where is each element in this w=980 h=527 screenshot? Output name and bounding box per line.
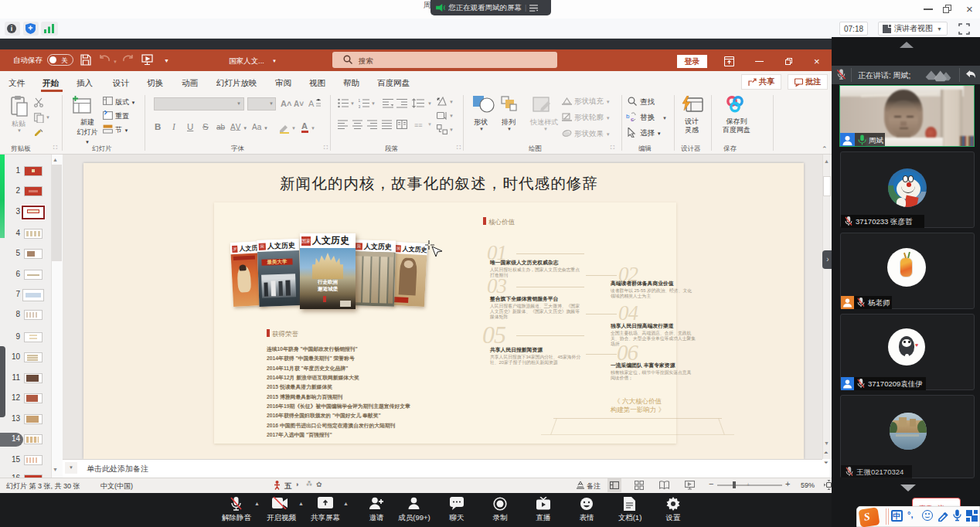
svg-text:3: 3 [359, 104, 361, 108]
svg-text:1: 1 [359, 98, 361, 103]
svg-text:A: A [308, 99, 315, 108]
svg-text:b: b [626, 113, 630, 120]
